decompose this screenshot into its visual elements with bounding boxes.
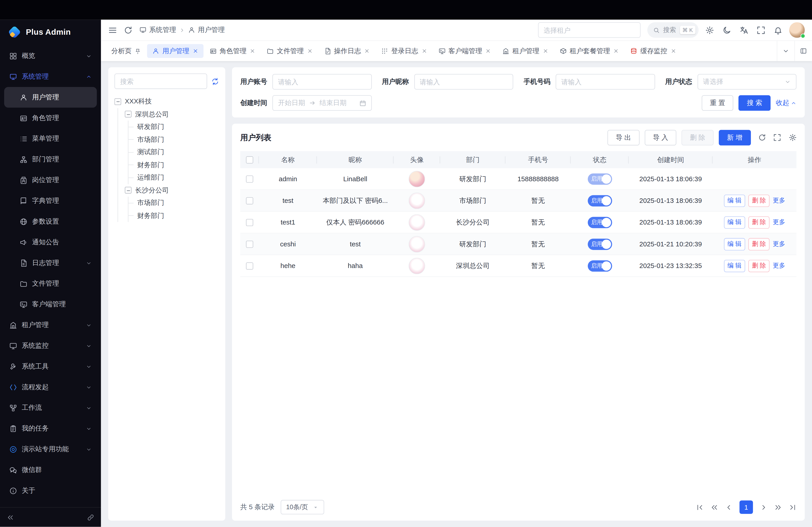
filter-select[interactable]: 请选择: [697, 74, 796, 90]
sidebar-item[interactable]: 日志管理: [4, 253, 97, 273]
tree-node[interactable]: 研发部门: [135, 121, 219, 133]
more-button[interactable]: 更多: [773, 240, 785, 249]
tab-close-icon[interactable]: [485, 48, 491, 54]
tab-close-icon[interactable]: [421, 48, 427, 54]
row-checkbox[interactable]: [246, 240, 253, 247]
sidebar-item[interactable]: 微信群: [4, 460, 97, 480]
search-button[interactable]: 搜 索: [739, 95, 770, 111]
user-avatar-image[interactable]: [408, 170, 425, 187]
status-toggle[interactable]: 启用: [588, 260, 612, 272]
filter-text-input[interactable]: [278, 78, 366, 86]
sidebar-item[interactable]: 系统监控: [4, 335, 97, 356]
tab-用户管理[interactable]: 用户管理: [147, 44, 203, 58]
sidebar-item[interactable]: 角色管理: [4, 108, 97, 129]
tab-list-dropdown[interactable]: [777, 41, 794, 61]
fullscreen-button[interactable]: [756, 26, 765, 34]
delete-row-button[interactable]: 删 除: [749, 238, 770, 250]
sidebar-item[interactable]: 文件管理: [4, 273, 97, 294]
refresh-page-button[interactable]: [124, 26, 133, 34]
menu-toggle-button[interactable]: [108, 26, 117, 34]
breadcrumb-item[interactable]: 系统管理: [140, 25, 176, 34]
tab-租户管理[interactable]: 租户管理: [497, 44, 553, 58]
tree-search-box[interactable]: [114, 74, 207, 89]
dept-search-input[interactable]: [120, 77, 201, 85]
export-button[interactable]: 导 出: [607, 130, 639, 146]
page-size-select[interactable]: 10条/页: [281, 500, 324, 514]
tree-node[interactable]: 深圳总公司: [125, 108, 219, 121]
tab-close-icon[interactable]: [542, 48, 548, 54]
sidebar-item[interactable]: 用户管理: [4, 87, 97, 108]
delete-row-button[interactable]: 删 除: [749, 216, 770, 229]
user-avatar[interactable]: [789, 22, 805, 38]
status-toggle[interactable]: 启用: [588, 195, 612, 206]
tab-文件管理[interactable]: 文件管理: [261, 44, 318, 58]
prev-page-button[interactable]: [725, 503, 733, 511]
tab-close-icon[interactable]: [364, 48, 370, 54]
sidebar-item[interactable]: 关于: [4, 480, 97, 501]
sidebar-item[interactable]: 工作流: [4, 397, 97, 418]
sidebar-item[interactable]: 字典管理: [4, 191, 97, 211]
row-checkbox[interactable]: [246, 219, 253, 226]
tab-客户端管理[interactable]: 客户端管理: [433, 44, 496, 58]
tab-close-icon[interactable]: [613, 48, 619, 54]
refresh-table-button[interactable]: [758, 134, 766, 142]
select-all-checkbox[interactable]: [246, 156, 253, 163]
tree-node[interactable]: 运维部门: [135, 171, 219, 184]
last-page-button[interactable]: [789, 503, 796, 511]
tree-node[interactable]: 测试部门: [135, 146, 219, 159]
edit-button[interactable]: 编 辑: [724, 259, 745, 272]
tab-操作日志[interactable]: 操作日志: [319, 44, 375, 58]
sidebar-collapse-button[interactable]: [7, 514, 14, 521]
tab-租户套餐管理[interactable]: 租户套餐管理: [554, 44, 624, 58]
more-button[interactable]: 更多: [773, 218, 785, 227]
first-page-button[interactable]: [696, 503, 704, 511]
row-checkbox[interactable]: [246, 197, 253, 204]
status-toggle[interactable]: 启用: [588, 238, 612, 250]
filter-text-input[interactable]: [562, 78, 649, 86]
expand-table-button[interactable]: [773, 134, 781, 142]
sidebar-item[interactable]: 系统管理: [4, 66, 97, 87]
tab-角色管理[interactable]: 角色管理: [204, 44, 261, 58]
delete-button[interactable]: 删 除: [682, 130, 713, 146]
breadcrumb-item[interactable]: 用户管理: [188, 25, 224, 34]
sidebar-item[interactable]: 演示站专用功能: [4, 439, 97, 460]
tab-close-icon[interactable]: [307, 48, 313, 54]
delete-row-button[interactable]: 删 除: [749, 259, 770, 272]
edit-button[interactable]: 编 辑: [724, 216, 745, 229]
current-page-button[interactable]: 1: [740, 500, 753, 514]
tab-分析页[interactable]: 分析页: [106, 44, 146, 58]
next-page-button[interactable]: [760, 503, 767, 511]
sidebar-item[interactable]: 岗位管理: [4, 170, 97, 191]
language-button[interactable]: [740, 26, 749, 34]
tree-collapse-icon[interactable]: [125, 187, 131, 194]
tab-layout-button[interactable]: [794, 41, 812, 61]
delete-row-button[interactable]: 删 除: [749, 194, 770, 207]
table-settings-button[interactable]: [788, 134, 797, 142]
tree-refresh-button[interactable]: [211, 77, 219, 85]
tab-登录日志[interactable]: 登录日志: [376, 44, 432, 58]
status-toggle[interactable]: 启用: [588, 173, 612, 185]
tree-node[interactable]: 长沙分公司: [125, 184, 219, 197]
tenant-select[interactable]: [538, 22, 640, 38]
user-avatar-image[interactable]: [408, 236, 425, 252]
jump-next-button[interactable]: [774, 503, 782, 511]
settings-button[interactable]: [705, 26, 714, 34]
sidebar-pin-button[interactable]: [87, 514, 94, 521]
row-checkbox[interactable]: [246, 175, 253, 182]
status-toggle[interactable]: 启用: [588, 216, 612, 228]
import-button[interactable]: 导 入: [644, 130, 677, 146]
sidebar-item[interactable]: 菜单管理: [4, 128, 97, 149]
sidebar-item[interactable]: 通知公告: [4, 232, 97, 253]
tree-node[interactable]: 市场部门: [135, 133, 219, 146]
tab-缓存监控[interactable]: 缓存监控: [625, 44, 681, 58]
sidebar-item[interactable]: 租户管理: [4, 315, 97, 335]
user-avatar-image[interactable]: [408, 257, 425, 274]
tree-node[interactable]: 财务部门: [135, 209, 219, 222]
user-avatar-image[interactable]: [408, 214, 425, 230]
sidebar-item[interactable]: 客户端管理: [4, 294, 97, 315]
sidebar-item[interactable]: 流程发起: [4, 377, 97, 397]
add-button[interactable]: 新 增: [719, 130, 751, 146]
more-button[interactable]: 更多: [773, 261, 785, 270]
more-button[interactable]: 更多: [773, 196, 785, 205]
tree-collapse-icon[interactable]: [125, 111, 131, 118]
